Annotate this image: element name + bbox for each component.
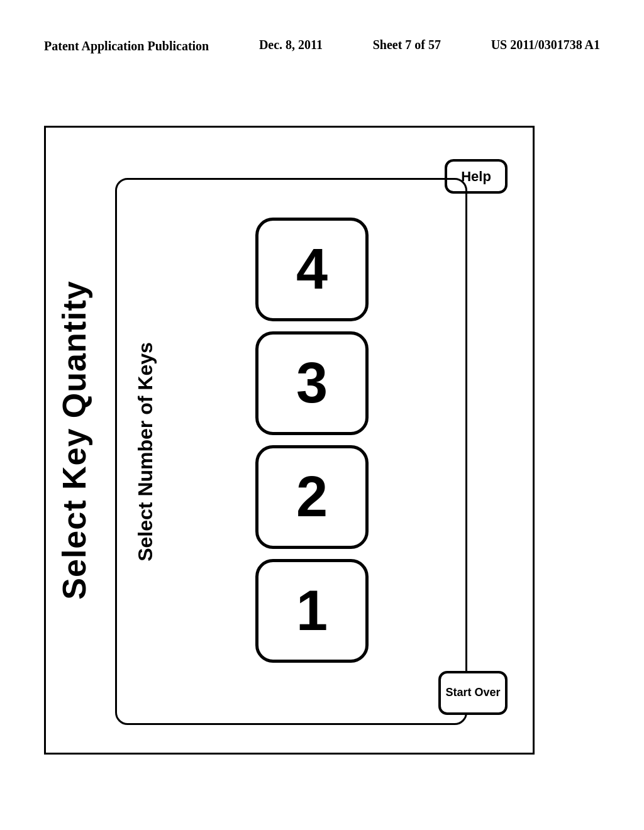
start-over-button[interactable]: Start Over [438,671,508,715]
number-buttons-column: 4 3 2 1 [243,218,381,663]
key-quantity-button-4[interactable]: 4 [255,218,369,321]
publication-title: Patent Application Publication [44,38,209,54]
inner-panel: Select Number of Keys 4 3 2 1 [115,178,467,725]
inner-title-container: Select Number of Keys [117,180,174,723]
diagram-outer-box: Select Key Quantity Help Select Number o… [44,126,535,755]
key-quantity-button-3[interactable]: 3 [255,331,369,435]
key-quantity-button-2[interactable]: 2 [255,445,369,549]
main-title-container: Select Key Quantity [46,128,103,753]
inner-title: Select Number of Keys [134,342,157,562]
publication-date: Dec. 8, 2011 [259,38,323,52]
sheet-info: Sheet 7 of 57 [373,38,441,52]
key-quantity-button-1[interactable]: 1 [255,559,369,663]
main-title: Select Key Quantity [55,280,93,599]
patent-number: US 2011/0301738 A1 [491,38,600,52]
page-header: Patent Application Publication Dec. 8, 2… [0,38,644,54]
